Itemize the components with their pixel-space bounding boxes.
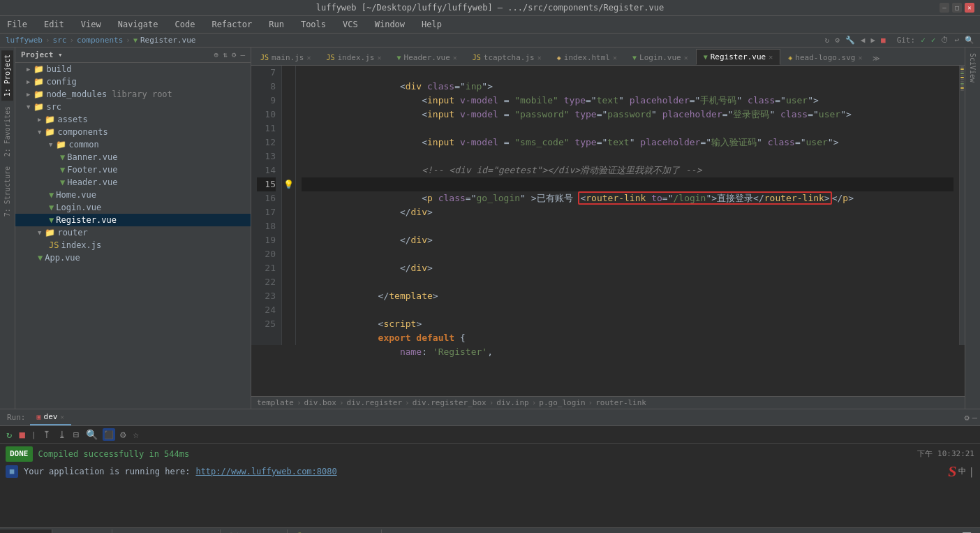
back-icon[interactable]: ◀ <box>861 36 866 45</box>
tree-item-assets[interactable]: ▶ 📁 assets <box>15 113 251 126</box>
menu-refactor[interactable]: Refactor <box>209 18 255 31</box>
reload-icon[interactable]: ↻ <box>825 36 830 45</box>
breadcrumb-project[interactable]: luffyweb <box>6 36 43 45</box>
breadcrumb-file[interactable]: Register.vue <box>140 36 195 45</box>
run-stop-icon[interactable]: ■ <box>17 428 27 441</box>
build-icon[interactable]: ⚙ <box>835 36 840 45</box>
run-restart-icon[interactable]: ↻ <box>4 428 14 441</box>
git-check2-icon[interactable]: ✓ <box>931 36 936 45</box>
tab-close-index-js[interactable]: ✕ <box>377 54 381 61</box>
tree-item-header[interactable]: ▼ Header.vue <box>15 176 251 189</box>
side-tab-favorites[interactable]: 2: Favorites <box>1 102 13 161</box>
menu-help[interactable]: Help <box>419 18 445 31</box>
title-bar: luffyweb [~/Desktop/luffy/luffyweb] – ..… <box>0 0 980 16</box>
run-tab-close[interactable]: ✕ <box>60 414 64 421</box>
tree-item-node-modules[interactable]: ▶ 📁 node_modules library root <box>15 88 251 101</box>
tree-item-login[interactable]: ▼ Login.vue <box>15 201 251 214</box>
menu-navigate[interactable]: Navigate <box>115 18 161 31</box>
menu-edit[interactable]: Edit <box>41 18 67 31</box>
tree-item-index-js[interactable]: JS index.js <box>15 239 251 251</box>
side-tab-project[interactable]: 1: Project <box>1 50 13 101</box>
tab-main-js[interactable]: JS main.js ✕ <box>253 50 318 65</box>
tree-item-footer[interactable]: ▼ Footer.vue <box>15 163 251 176</box>
tree-item-home[interactable]: ▼ Home.vue <box>15 189 251 201</box>
maximize-button[interactable]: □ <box>952 3 962 13</box>
run-filter-icon[interactable]: ⊟ <box>71 428 81 441</box>
tree-item-app[interactable]: ▼ App.vue <box>15 251 251 264</box>
status-divbox: div.box <box>304 398 336 407</box>
tab-overflow-button[interactable]: ≫ <box>870 52 882 65</box>
minimize-button[interactable]: — <box>940 3 949 13</box>
menu-file[interactable]: File <box>4 18 30 31</box>
sidebar-collapse-icon[interactable]: ⇅ <box>223 50 228 59</box>
bottom-tab-terminal[interactable]: ⬛ Terminal <box>221 530 288 533</box>
bottom-tab-run[interactable]: ▶ 4: Run <box>0 530 52 533</box>
run-star-icon[interactable]: ☆ <box>131 428 140 441</box>
bottom-tab-version[interactable]: ↗ 9: Version Control <box>112 530 221 533</box>
menu-vcs[interactable]: VCS <box>340 18 361 31</box>
code-editor[interactable]: 7 8 9 10 11 12 13 14 15 16 17 18 19 20 <box>251 66 965 396</box>
menu-run[interactable]: Run <box>266 18 287 31</box>
close-button[interactable]: ✕ <box>965 3 974 13</box>
tab-close-header[interactable]: ✕ <box>453 54 457 61</box>
status-divregister: div.register <box>347 398 402 407</box>
run-cog-icon[interactable]: ⚙ <box>118 428 128 441</box>
menu-code[interactable]: Code <box>172 18 198 31</box>
code-line-25: export default { <box>302 317 953 331</box>
run-settings-icon[interactable]: ⚙ <box>965 413 970 423</box>
tab-close-login[interactable]: ✕ <box>684 54 688 61</box>
tab-close-index-html[interactable]: ✕ <box>613 54 617 61</box>
breadcrumb-src[interactable]: src <box>53 36 67 45</box>
bottom-tab-python[interactable]: 🐍 Python Console <box>288 530 383 533</box>
sidebar-add-icon[interactable]: ⊕ <box>214 50 219 59</box>
gutter-lightbulb-icon[interactable]: 💡 <box>283 177 294 191</box>
tree-item-register[interactable]: ▼ Register.vue <box>15 214 251 226</box>
git-check-icon[interactable]: ✓ <box>921 36 926 45</box>
menu-tools[interactable]: Tools <box>298 18 329 31</box>
tab-head-logo-svg[interactable]: ◈ head-logo.svg ✕ <box>780 50 870 65</box>
tab-close-register[interactable]: ✕ <box>769 53 773 61</box>
menu-window[interactable]: Window <box>372 18 408 31</box>
run-terminal-icon[interactable]: ⬛ <box>103 428 115 441</box>
code-line-19 <box>302 233 953 247</box>
side-tab-structure[interactable]: 7: Structure <box>1 162 13 221</box>
run-scroll-top-icon[interactable]: ⤒ <box>40 428 53 441</box>
tree-item-config[interactable]: ▶ 📁 config <box>15 75 251 88</box>
terminal-scroll-indicator[interactable]: | <box>969 465 974 479</box>
run-minimize-icon[interactable]: — <box>972 413 977 423</box>
tree-item-common[interactable]: ▼ 📁 common <box>15 138 251 151</box>
tab-tcaptcha-js[interactable]: JS tcaptcha.js ✕ <box>465 50 549 65</box>
run-scroll-bottom-icon[interactable]: ⤓ <box>56 428 68 441</box>
tab-register-vue[interactable]: ▼ Register.vue ✕ <box>696 49 781 65</box>
tab-index-html[interactable]: ◈ index.html ✕ <box>549 50 625 65</box>
sci-view-tab[interactable]: SciView <box>967 50 978 85</box>
done-badge: DONE <box>6 446 33 462</box>
run-tab-dev[interactable]: ▣ dev ✕ <box>30 409 71 425</box>
bottom-tab-todo[interactable]: ☰ 6: TODO <box>52 530 112 533</box>
tab-close-tcaptcha[interactable]: ✕ <box>537 54 542 61</box>
run-search-icon[interactable]: 🔍 <box>84 428 100 441</box>
git-undo-icon[interactable]: ↩ <box>954 36 959 45</box>
tab-login-vue[interactable]: ▼ Login.vue ✕ <box>625 50 696 65</box>
tree-item-build[interactable]: ▶ 📁 build <box>15 63 251 75</box>
tab-header-vue[interactable]: ▼ Header.vue ✕ <box>389 50 465 65</box>
sidebar-settings-icon[interactable]: ⚙ <box>232 50 237 59</box>
code-line-26: name: 'Register', <box>302 331 953 345</box>
menu-view[interactable]: View <box>78 18 104 31</box>
stop-icon[interactable]: ■ <box>881 36 886 45</box>
breadcrumb-components[interactable]: components <box>77 36 123 45</box>
tree-item-banner[interactable]: ▼ Banner.vue <box>15 151 251 163</box>
tree-item-src[interactable]: ▼ 📁 src <box>15 101 251 113</box>
sidebar-close-icon[interactable]: — <box>240 50 245 59</box>
tab-close-logo[interactable]: ✕ <box>858 54 862 61</box>
forward-icon[interactable]: ▶ <box>870 36 875 45</box>
tree-item-components[interactable]: ▼ 📁 components <box>15 126 251 138</box>
search-icon[interactable]: 🔍 <box>965 36 974 45</box>
tree-item-router[interactable]: ▼ 📁 router <box>15 226 251 239</box>
code-line-18: </div> <box>302 219 953 233</box>
output-app-url[interactable]: http://www.luffyweb.com:8080 <box>195 465 336 479</box>
tab-index-js[interactable]: JS index.js ✕ <box>318 50 389 65</box>
debug-icon[interactable]: 🔧 <box>845 36 855 45</box>
tab-close-main-js[interactable]: ✕ <box>306 54 311 61</box>
git-history-icon[interactable]: ⏱ <box>941 36 949 45</box>
